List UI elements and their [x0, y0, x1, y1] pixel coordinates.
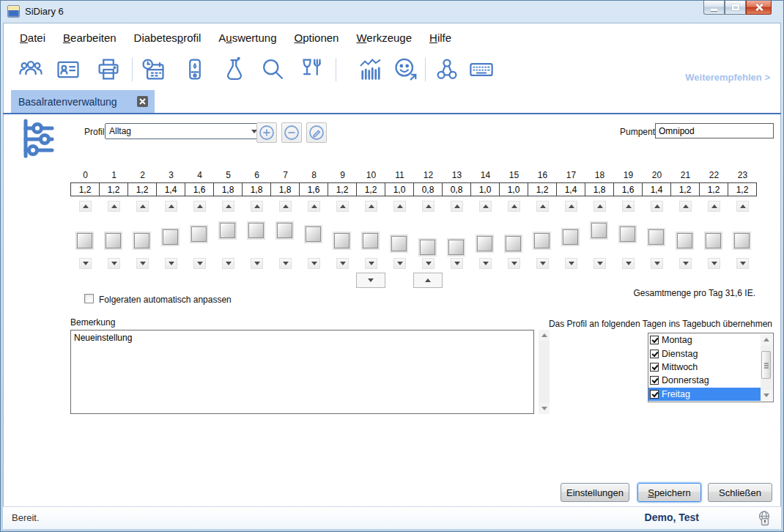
search-button[interactable]: [259, 56, 286, 83]
decrease-button[interactable]: [365, 258, 377, 269]
increase-button[interactable]: [679, 201, 692, 212]
increase-button[interactable]: [622, 201, 635, 212]
increase-button[interactable]: [708, 201, 720, 212]
slider-track[interactable]: [76, 217, 95, 256]
day-item-mittwoch[interactable]: Mittwoch: [648, 361, 761, 374]
slider-track[interactable]: [476, 217, 495, 256]
scrollbar-thumb[interactable]: [761, 351, 771, 379]
add-profile-button[interactable]: [256, 122, 277, 143]
slider-track[interactable]: [248, 217, 266, 256]
increase-button[interactable]: [651, 201, 663, 212]
slider-track[interactable]: [105, 217, 123, 256]
decrease-button[interactable]: [336, 258, 349, 269]
slider-track[interactable]: [533, 217, 552, 256]
slider-track[interactable]: [505, 217, 523, 256]
decrease-button[interactable]: [308, 258, 320, 269]
slider-thumb[interactable]: [277, 223, 292, 238]
auto-adjust-checkbox[interactable]: [84, 294, 94, 303]
increase-button[interactable]: [593, 201, 606, 212]
day-checkbox[interactable]: [650, 350, 659, 358]
increase-button[interactable]: [479, 201, 492, 212]
increase-button[interactable]: [251, 201, 263, 212]
menu-werkzeuge[interactable]: Werkzeuge: [347, 32, 421, 44]
decrease-button[interactable]: [708, 258, 720, 269]
patients-button[interactable]: [18, 56, 44, 83]
increase-button[interactable]: [193, 201, 206, 212]
slider-thumb[interactable]: [591, 223, 607, 238]
increase-button[interactable]: [565, 201, 577, 212]
slider-track[interactable]: [419, 217, 437, 256]
slider-thumb[interactable]: [134, 233, 149, 248]
slider-thumb[interactable]: [77, 233, 92, 248]
print-button[interactable]: [95, 56, 122, 83]
slider-thumb[interactable]: [420, 240, 435, 255]
minimize-button[interactable]: [703, 1, 725, 15]
increase-button[interactable]: [136, 201, 149, 212]
increase-button[interactable]: [108, 201, 120, 212]
slider-thumb[interactable]: [334, 233, 350, 248]
menu-optionen[interactable]: Optionen: [286, 32, 348, 44]
increase-button[interactable]: [736, 201, 749, 212]
slider-thumb[interactable]: [391, 236, 407, 251]
edit-profile-button[interactable]: [306, 122, 327, 143]
slider-thumb[interactable]: [163, 229, 178, 245]
decrease-button[interactable]: [108, 258, 120, 269]
slider-thumb[interactable]: [220, 223, 235, 238]
recommend-link[interactable]: Weiterempfehlen >: [685, 72, 770, 83]
increase-button[interactable]: [365, 201, 377, 212]
decrease-button[interactable]: [193, 258, 206, 269]
decrease-button[interactable]: [136, 258, 149, 269]
slider-track[interactable]: [705, 217, 723, 256]
slider-thumb[interactable]: [620, 226, 635, 242]
slider-thumb[interactable]: [448, 240, 464, 255]
increase-button[interactable]: [165, 201, 177, 212]
maximize-button[interactable]: [725, 1, 746, 15]
tab-close-button[interactable]: [137, 96, 148, 107]
slider-track[interactable]: [733, 217, 752, 256]
decrease-button[interactable]: [593, 258, 606, 269]
slider-track[interactable]: [591, 217, 609, 256]
day-checkbox[interactable]: [650, 363, 659, 372]
remark-scrollbar[interactable]: [539, 330, 550, 414]
slider-thumb[interactable]: [106, 233, 121, 248]
decrease-button[interactable]: [79, 258, 92, 269]
shift-up-button[interactable]: [413, 273, 443, 288]
slider-track[interactable]: [448, 217, 466, 256]
slider-track[interactable]: [276, 217, 295, 256]
day-item-donnerstag[interactable]: Donnerstag: [648, 374, 761, 387]
menu-datei[interactable]: Datei: [11, 32, 54, 44]
statistics-button[interactable]: [358, 56, 384, 83]
settings-button[interactable]: Einstellungen: [561, 483, 629, 502]
slider-thumb[interactable]: [563, 229, 578, 245]
slider-track[interactable]: [305, 217, 323, 256]
decrease-button[interactable]: [679, 258, 692, 269]
menu-hilfe[interactable]: Hilfe: [421, 32, 460, 44]
pump-type-input[interactable]: [655, 123, 774, 138]
slider-track[interactable]: [162, 217, 180, 256]
slider-thumb[interactable]: [191, 226, 207, 242]
close-button[interactable]: Schließen: [708, 483, 772, 502]
decrease-button[interactable]: [451, 258, 463, 269]
menu-diabetesprofil[interactable]: Diabetesprofil: [125, 32, 210, 44]
days-scrollbar[interactable]: [761, 334, 772, 401]
decrease-button[interactable]: [393, 258, 406, 269]
slider-track[interactable]: [648, 217, 666, 256]
slider-track[interactable]: [391, 217, 409, 256]
menu-bearbeiten[interactable]: Bearbeiten: [54, 32, 125, 44]
slider-track[interactable]: [562, 217, 580, 256]
slider-track[interactable]: [619, 217, 637, 256]
day-checkbox[interactable]: [650, 376, 659, 385]
save-button[interactable]: Speichern: [637, 483, 701, 502]
scroll-up-button[interactable]: [761, 334, 772, 345]
day-item-freitag[interactable]: Freitag: [648, 388, 761, 401]
decrease-button[interactable]: [251, 258, 263, 269]
decrease-button[interactable]: [279, 258, 292, 269]
increase-button[interactable]: [336, 201, 349, 212]
decrease-button[interactable]: [508, 258, 520, 269]
decrease-button[interactable]: [736, 258, 749, 269]
decrease-button[interactable]: [165, 258, 177, 269]
slider-thumb[interactable]: [363, 233, 378, 248]
decrease-button[interactable]: [565, 258, 577, 269]
lab-values-button[interactable]: [221, 56, 248, 83]
shift-down-button[interactable]: [356, 273, 385, 288]
